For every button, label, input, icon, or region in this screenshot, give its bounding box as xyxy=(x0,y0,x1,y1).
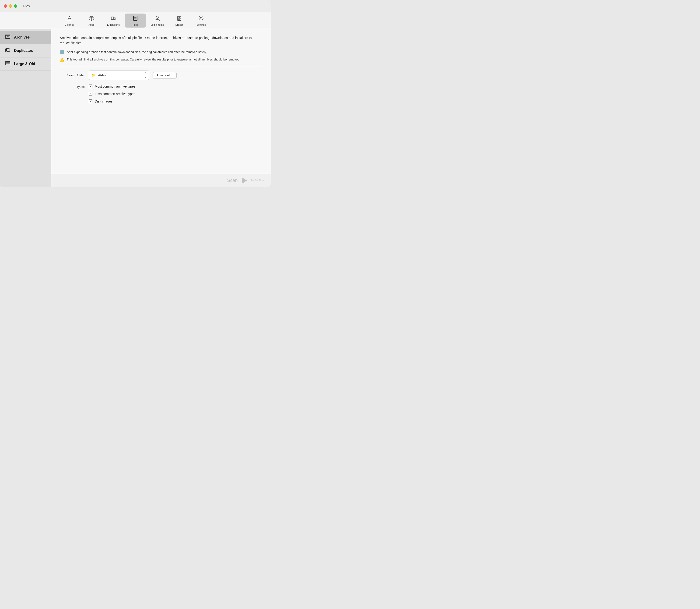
app-window: Files Cleanup Apps xyxy=(0,0,271,187)
types-section: Types: ✓ Most common archive types ✓ xyxy=(60,85,262,103)
info-note-row: ℹ️ After expanding archives that contain… xyxy=(60,50,262,54)
info-icon: ℹ️ xyxy=(60,50,65,54)
folder-icon: 📁 xyxy=(91,73,96,77)
checkbox-disk-images[interactable]: ✓ Disk images xyxy=(89,100,135,103)
sidebar-label-large-old: Large & Old xyxy=(14,62,35,66)
divider xyxy=(60,66,262,66)
checkbox-disk-images-input[interactable]: ✓ xyxy=(89,100,92,103)
sidebar-item-archives[interactable]: Archives xyxy=(0,31,51,44)
sidebar-item-large-old[interactable]: Large & Old xyxy=(0,57,51,71)
login-items-icon xyxy=(154,15,161,22)
settings-icon xyxy=(198,15,204,22)
cleanup-icon xyxy=(66,15,73,22)
toolbar-label-files: Files xyxy=(132,23,138,26)
checkbox-disk-images-label: Disk images xyxy=(95,100,112,103)
folder-select[interactable]: 📁 atishoo ⌃⌄ xyxy=(89,71,149,80)
warning-icon: ⚠️ xyxy=(60,57,65,62)
scan-arrow-icon xyxy=(242,177,247,184)
toolbar-item-cleanup[interactable]: Cleanup xyxy=(59,14,80,28)
close-button[interactable] xyxy=(4,4,7,8)
info-note-text: After expanding archives that contain do… xyxy=(67,50,207,54)
checkmark-common: ✓ xyxy=(89,85,92,88)
checkbox-common-types-input[interactable]: ✓ xyxy=(89,85,92,88)
toolbar-item-eraser[interactable]: Eraser xyxy=(169,14,190,28)
folder-select-inner: 📁 atishoo xyxy=(91,73,107,77)
toolbar-item-login-items[interactable]: Login Items xyxy=(147,14,168,28)
toolbar-label-cleanup: Cleanup xyxy=(65,23,74,26)
window-title: Files xyxy=(23,4,30,8)
description-text: Archives often contain compressed copies… xyxy=(60,35,262,46)
checkbox-common-types-label: Most common archive types xyxy=(95,85,135,88)
archives-icon xyxy=(5,34,11,41)
titlebar: Files xyxy=(0,0,271,12)
types-label: Types: xyxy=(60,85,85,88)
sidebar-label-archives: Archives xyxy=(14,35,30,39)
advanced-button[interactable]: Advanced... xyxy=(152,72,177,79)
maximize-button[interactable] xyxy=(14,4,17,8)
sidebar-label-duplicates: Duplicates xyxy=(14,49,33,53)
scan-label: Scan xyxy=(227,178,238,183)
checkmark-less-common: ✓ xyxy=(89,92,92,95)
content-panel: Archives often contain compressed copies… xyxy=(51,29,271,187)
toolbar-label-extensions: Extensions xyxy=(107,23,120,26)
toolbar-item-apps[interactable]: Apps xyxy=(81,14,102,28)
checkbox-less-common[interactable]: ✓ Less common archive types xyxy=(89,92,135,96)
watermark: Panfile.Store xyxy=(251,179,264,182)
toolbar: Cleanup Apps Extensions xyxy=(0,12,271,29)
minimize-button[interactable] xyxy=(9,4,12,8)
warning-note-row: ⚠️ This tool will find all archives on t… xyxy=(60,57,262,62)
duplicates-icon xyxy=(5,47,11,54)
main-content: Archives Duplicates xyxy=(0,29,271,187)
checkboxes-column: ✓ Most common archive types ✓ Less commo… xyxy=(89,85,135,103)
checkbox-common-types[interactable]: ✓ Most common archive types xyxy=(89,85,135,88)
toolbar-label-settings: Settings xyxy=(196,23,206,26)
traffic-lights xyxy=(4,4,17,8)
checkbox-less-common-label: Less common archive types xyxy=(95,92,135,96)
toolbar-item-extensions[interactable]: Extensions xyxy=(103,14,124,28)
toolbar-label-apps: Apps xyxy=(88,23,94,26)
eraser-icon xyxy=(176,15,182,22)
files-icon xyxy=(132,15,139,22)
checkmark-disk-images: ✓ xyxy=(89,100,92,103)
toolbar-item-settings[interactable]: Settings xyxy=(191,14,212,28)
checkbox-less-common-input[interactable]: ✓ xyxy=(89,92,92,96)
scan-button[interactable] xyxy=(240,176,249,185)
svg-rect-7 xyxy=(5,35,10,36)
toolbar-item-files[interactable]: Files xyxy=(125,14,146,28)
warning-note-text: This tool will find all archives on this… xyxy=(67,57,240,62)
sidebar-item-duplicates[interactable]: Duplicates xyxy=(0,44,51,57)
chevron-icon: ⌃⌄ xyxy=(144,72,147,79)
apps-icon xyxy=(88,15,95,22)
svg-point-4 xyxy=(179,17,180,18)
svg-point-5 xyxy=(200,17,202,19)
search-folder-row: Search folder: 📁 atishoo ⌃⌄ Advanced... xyxy=(60,71,262,80)
search-folder-label: Search folder: xyxy=(60,73,85,77)
content-body: Archives often contain compressed copies… xyxy=(51,29,271,174)
bottom-bar: Scan Panfile.Store xyxy=(51,174,271,187)
folder-name: atishoo xyxy=(97,73,107,77)
toolbar-label-login-items: Login Items xyxy=(151,23,164,26)
sidebar: Archives Duplicates xyxy=(0,29,51,187)
svg-point-2 xyxy=(156,16,158,18)
extensions-icon xyxy=(110,15,117,22)
toolbar-label-eraser: Eraser xyxy=(176,23,183,26)
svg-rect-0 xyxy=(111,17,114,20)
large-old-icon xyxy=(5,60,11,68)
